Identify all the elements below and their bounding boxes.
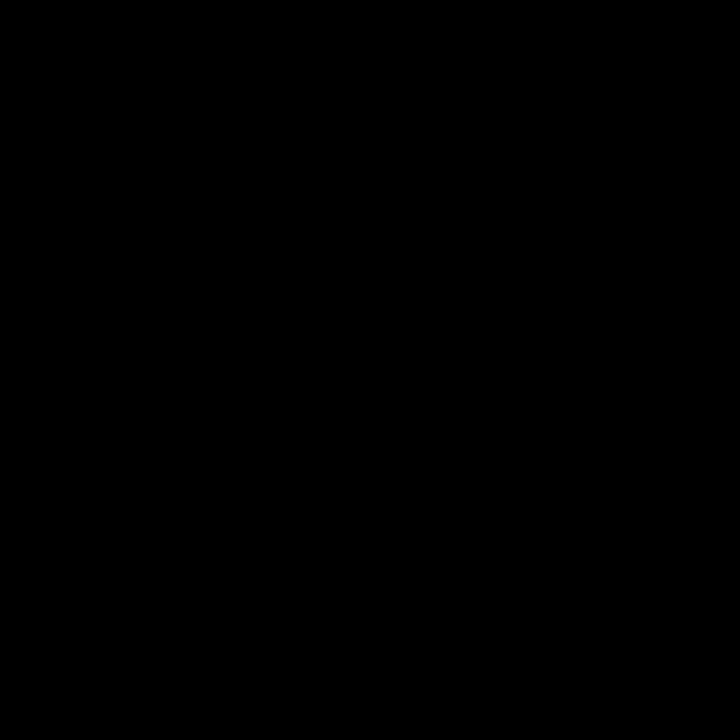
chart-frame bbox=[0, 0, 728, 728]
chart-plot-area bbox=[29, 29, 699, 699]
chart-svg bbox=[29, 29, 699, 699]
chart-background bbox=[29, 29, 699, 699]
